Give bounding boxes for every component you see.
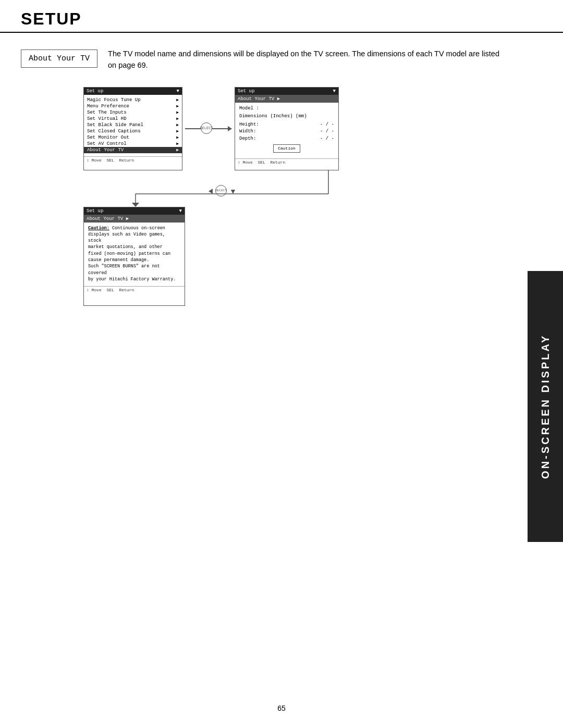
bottom-diagram-row: Set up ▼ About Your TV ▶ Caution: Contin… — [83, 207, 495, 306]
menu-item-magic: Magic Focus Tune Up▶ — [84, 97, 182, 103]
arrow-tip-1 — [228, 126, 232, 131]
dimensions-label: Dimensions (Inches) (mm) — [239, 113, 334, 120]
select-button-2: SELECT — [215, 185, 227, 198]
select-circle-2: SELECT — [215, 185, 227, 196]
model-line: Model : — [239, 105, 334, 113]
menu-item-menu: Menu Preference▶ — [84, 103, 182, 109]
screen3-body: Caution: Continuous on-screen displays s… — [84, 223, 185, 286]
caution-label: Caution: — [88, 226, 109, 231]
screen3-header: Set up ▼ — [84, 207, 185, 215]
page-number: 65 — [0, 704, 563, 712]
menu-item-black: Set Black Side Panel▶ — [84, 122, 182, 128]
screen3-subheader: About Your TV ▶ — [84, 215, 185, 223]
down-arrow-icon: ▼ — [229, 187, 237, 195]
diagram-area: Set up ▼ Magic Focus Tune Up▶ Menu Prefe… — [68, 87, 495, 306]
arrow-line-2 — [212, 128, 228, 129]
top-diagram-row: Set up ▼ Magic Focus Tune Up▶ Menu Prefe… — [83, 87, 495, 170]
screen2-footer: ↕ Move SEL Return — [235, 158, 338, 166]
about-section: About Your TV The TV model name and dime… — [21, 48, 542, 71]
connector-svg — [83, 170, 396, 207]
screen1-body: Magic Focus Tune Up▶ Menu Preference▶ Se… — [84, 95, 182, 155]
menu-item-monitor: Set Monitor Out▶ — [84, 134, 182, 141]
menu-item-closed: Set Closed Captions▶ — [84, 128, 182, 134]
menu-item-av: Set AV Control▶ — [84, 141, 182, 147]
screen3-footer: ↕ Move SEL Return — [84, 286, 185, 293]
screen2-subheader: About Your TV ▶ — [235, 95, 338, 103]
height-line: Height: - / - — [239, 121, 334, 129]
svg-marker-3 — [132, 203, 139, 207]
about-label: About Your TV — [21, 50, 97, 68]
screen2-body: Model : Dimensions (Inches) (mm) Height:… — [235, 103, 338, 158]
connector-area: SELECT ▼ — [83, 170, 396, 207]
arrow-line-1 — [185, 128, 201, 129]
screen3: Set up ▼ About Your TV ▶ Caution: Contin… — [83, 207, 185, 306]
menu-item-about: About Your TV▶ — [84, 147, 182, 153]
caution-button: Caution — [273, 144, 300, 153]
screen1-footer: ↕ Move SEL Return — [84, 156, 182, 164]
depth-line: Depth: - / - — [239, 135, 334, 143]
screen1-header: Set up ▼ — [84, 88, 182, 95]
about-description: The TV model name and dimensions will be… — [108, 48, 504, 71]
page-title: SETUP — [21, 9, 82, 28]
select-button-1: SELECT — [201, 122, 212, 135]
menu-item-virtual: Set Virtual HD▶ — [84, 116, 182, 122]
select-arrow-2: SELECT ▼ — [209, 185, 237, 198]
arrow-tip-left — [209, 189, 213, 194]
screen2: Set up ▼ About Your TV ▶ Model : Dimensi… — [235, 87, 339, 170]
screen2-header: Set up ▼ — [235, 88, 338, 95]
screen1: Set up ▼ Magic Focus Tune Up▶ Menu Prefe… — [83, 87, 182, 170]
width-line: Width: - / - — [239, 128, 334, 135]
select-circle-1: SELECT — [201, 122, 212, 134]
side-label: ON-SCREEN DISPLAY — [528, 271, 563, 542]
menu-item-inputs: Set The Inputs▶ — [84, 109, 182, 116]
select-arrow-1: SELECT — [182, 122, 235, 135]
